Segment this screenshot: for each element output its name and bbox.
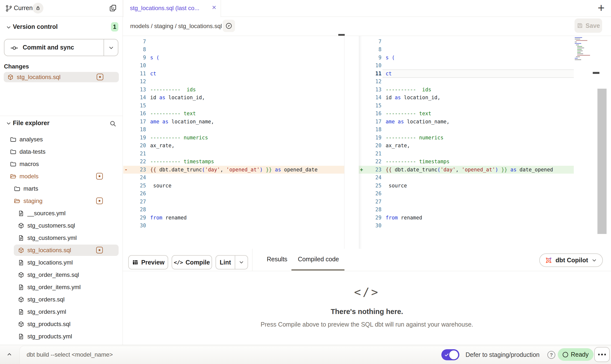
- diff-pane-original[interactable]: 6789s (1011ct1213---------- ids14id as l…: [123, 36, 344, 249]
- file-tree-item-stg-orders-yml[interactable]: stg_orders.yml: [0, 306, 123, 318]
- more-options-button[interactable]: [594, 347, 610, 362]
- changes-count-badge: 1: [111, 22, 118, 32]
- divider: [252, 249, 252, 271]
- horizontal-scrollbar-thumb[interactable]: [338, 34, 345, 36]
- code-line: 15: [123, 102, 344, 110]
- code-line: 9s (: [359, 54, 611, 62]
- file-name: __sources.yml: [27, 210, 66, 217]
- code-line: -23{{ dbt.date_trunc('day', 'opened_at')…: [123, 166, 344, 174]
- lineage-icon[interactable]: [223, 20, 235, 32]
- breadcrumb-row: models / staging / stg_locations.sql Sav…: [123, 17, 611, 36]
- folder-open-icon: [10, 173, 17, 180]
- file-name: stg_order_items.sql: [27, 271, 79, 278]
- file-tree-item-stg-customers-sql[interactable]: stg_customers.sql: [0, 219, 123, 232]
- preview-button[interactable]: Preview: [128, 255, 168, 269]
- file-tree-item-data-tests[interactable]: data-tests: [0, 146, 123, 158]
- file-tree-item--sources-yml[interactable]: __sources.yml: [0, 207, 123, 219]
- file-tree-item-stg-order-items-yml[interactable]: stg_order_items.yml: [0, 281, 123, 293]
- code-line: 16---------- text: [359, 110, 611, 118]
- copilot-sparkle-icon: [545, 256, 553, 264]
- commit-and-sync-label: Commit and sync: [23, 44, 74, 51]
- lock-icon: [35, 5, 41, 11]
- new-tab-button[interactable]: +: [598, 1, 605, 15]
- model-icon: [18, 296, 24, 303]
- diff-editor[interactable]: 6789s (1011ct1213---------- ids14id as l…: [123, 36, 611, 249]
- file-explorer-section: File explorer analysesdata-testsmacrosmo…: [0, 116, 123, 345]
- copy-icon[interactable]: [109, 4, 117, 12]
- file-tree-item-stg-locations-sql[interactable]: stg_locations.sql: [0, 244, 123, 256]
- chevron-down-icon[interactable]: [235, 256, 248, 269]
- code-line: 29from renamed: [123, 214, 344, 222]
- code-line: 29from renamed: [359, 214, 611, 222]
- code-line: 21: [123, 150, 344, 158]
- modified-badge: [96, 247, 103, 253]
- empty-state-title: There's nothing here.: [123, 308, 611, 316]
- compiled-code-panel: </> There's nothing here. Press Compile …: [123, 271, 611, 345]
- horizontal-scrollbar-thumb[interactable]: [593, 72, 599, 74]
- empty-state-subtitle: Press Compile above to preview the SQL d…: [123, 321, 611, 328]
- breadcrumb[interactable]: models / staging / stg_locations.sql: [130, 23, 222, 30]
- file-tree-item-models[interactable]: models: [0, 170, 123, 182]
- code-line: 12: [359, 78, 611, 86]
- file-name: stg_customers.sql: [27, 222, 75, 229]
- chevron-down-icon[interactable]: [5, 24, 12, 31]
- changes-heading: Changes: [4, 63, 29, 70]
- toggle-knob: [449, 350, 458, 359]
- tab-results[interactable]: Results: [267, 256, 287, 263]
- code-line: 24: [359, 174, 611, 182]
- tab-compiled-code[interactable]: Compiled code: [298, 256, 339, 263]
- file-name: models: [19, 173, 38, 180]
- model-icon: [18, 272, 24, 278]
- code-line: 16---------- text: [123, 110, 344, 118]
- chevron-down-icon[interactable]: [108, 44, 115, 51]
- expand-command-bar-button[interactable]: [5, 350, 13, 358]
- code-line: 27: [359, 198, 611, 206]
- model-icon: [18, 321, 24, 328]
- defer-label: Defer to staging/production: [466, 351, 539, 358]
- file-tree-item-staging[interactable]: staging: [0, 195, 123, 207]
- save-button[interactable]: Save: [575, 18, 602, 33]
- vertical-scrollbar-thumb[interactable]: [597, 89, 607, 234]
- ready-status-badge[interactable]: Ready: [558, 348, 593, 361]
- changed-file-row[interactable]: stg_locations.sql: [4, 72, 119, 82]
- dbt-copilot-button[interactable]: dbt Copilot: [539, 253, 603, 267]
- branch-lock-badge: [33, 3, 43, 14]
- file-tree-item-stg-order-items-sql[interactable]: stg_order_items.sql: [0, 269, 123, 281]
- minimap[interactable]: [574, 36, 592, 87]
- search-icon[interactable]: [109, 120, 117, 127]
- file-name: stg_products.sql: [27, 321, 71, 328]
- file-tree-item-marts[interactable]: marts: [0, 182, 123, 195]
- chevron-down-icon[interactable]: [5, 120, 12, 127]
- file-name: stg_customers.yml: [27, 234, 77, 241]
- file-tree-item-stg-products-sql[interactable]: stg_products.sql: [0, 318, 123, 330]
- git-commit-icon: [10, 44, 19, 52]
- copilot-label: dbt Copilot: [556, 257, 588, 264]
- active-tab-underline: [291, 269, 344, 271]
- lint-button[interactable]: Lint: [216, 256, 235, 269]
- compile-button[interactable]: </> Compile: [172, 255, 212, 269]
- file-explorer-title: File explorer: [13, 119, 50, 127]
- code-line: 19---------- numerics: [359, 134, 611, 142]
- file-tree-item-stg-products-yml[interactable]: stg_products.yml: [0, 330, 123, 343]
- close-icon[interactable]: ×: [212, 3, 216, 12]
- code-line: 7: [123, 38, 344, 46]
- code-line: 9s (: [123, 54, 344, 62]
- code-line: 20ax_rate,: [123, 142, 344, 150]
- diff-pane-modified[interactable]: 6789s (1011ct1213---------- ids14id as l…: [359, 36, 611, 249]
- file-name: stg_orders.yml: [27, 308, 66, 315]
- doc-icon: [18, 309, 24, 315]
- defer-toggle[interactable]: [441, 349, 459, 360]
- commit-and-sync-button[interactable]: Commit and sync: [4, 39, 118, 56]
- file-tree-item-macros[interactable]: macros: [0, 158, 123, 170]
- file-tree-item-stg-orders-sql[interactable]: stg_orders.sql: [0, 293, 123, 306]
- code-line: 22---------- timestamps: [123, 158, 344, 166]
- file-tree-item-stg-customers-yml[interactable]: stg_customers.yml: [0, 232, 123, 244]
- tab-stg-locations[interactable]: stg_locations.sql (last co... ×: [123, 0, 221, 17]
- help-icon[interactable]: ?: [547, 351, 555, 359]
- folder-open-icon: [14, 198, 20, 204]
- code-line: 11ct: [123, 70, 344, 78]
- file-tree-item-analyses[interactable]: analyses: [0, 133, 123, 146]
- code-line: 8: [359, 46, 611, 54]
- file-tree-item-stg-locations-yml[interactable]: stg_locations.yml: [0, 256, 123, 269]
- code-icon: </>: [123, 285, 611, 299]
